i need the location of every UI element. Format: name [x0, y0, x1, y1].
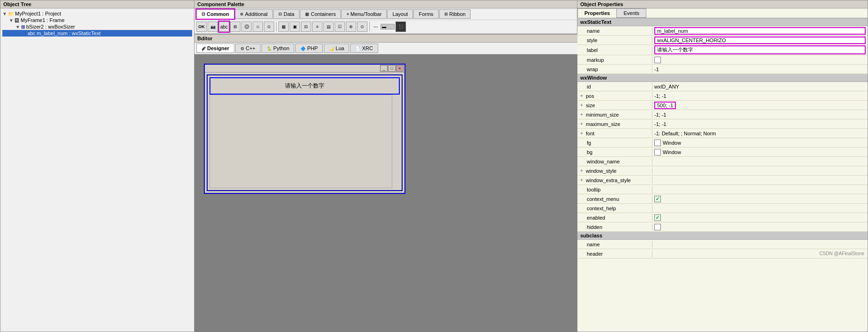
markup-checkbox[interactable]: [654, 57, 661, 63]
size-expand-icon[interactable]: +: [580, 103, 586, 108]
tab-xrc[interactable]: 📄 XRC: [350, 44, 378, 53]
props-title: Object Properties: [577, 0, 868, 8]
props-tabs: Properties Events: [577, 8, 868, 18]
prop-value-window-style[interactable]: [652, 170, 868, 171]
tab-additional[interactable]: ⊕ Additional: [235, 9, 273, 19]
tab-cpp[interactable]: ⚙ C++: [235, 44, 261, 53]
tree-expand-project[interactable]: ▼: [2, 11, 8, 16]
prop-value-pos[interactable]: -1; -1: [652, 93, 868, 99]
prop-value-enabled[interactable]: ✓: [652, 214, 868, 221]
ribbon-tab-icon: ⊞: [444, 12, 448, 16]
prop-value-maximum-size[interactable]: -1; -1: [652, 121, 868, 127]
prop-value-font[interactable]: -1: Default; ; Normal; Norm: [652, 130, 868, 137]
pos-expand-icon[interactable]: +: [580, 93, 586, 98]
winextrastyle-expand-icon[interactable]: +: [580, 177, 586, 183]
tab-layout[interactable]: Layout: [387, 9, 413, 19]
prop-value-window-extra-style[interactable]: [652, 180, 868, 181]
prop-value-id[interactable]: wxID_ANY: [652, 83, 868, 90]
tree-label-sizer: bSizer2 : wxBoxSizer: [26, 24, 75, 30]
winstyle-expand-icon[interactable]: +: [580, 168, 586, 173]
prop-value-minimum-size[interactable]: -1; -1: [652, 111, 868, 118]
designer-label: Designer: [207, 45, 229, 51]
prop-row-context-help: context_help: [577, 204, 868, 213]
prop-value-context-help[interactable]: [652, 208, 868, 209]
static-text-widget[interactable]: 请输入一个数字: [210, 77, 400, 95]
bg-color-swatch[interactable]: [654, 149, 661, 155]
palette-btn-last[interactable]: ⬛: [396, 22, 406, 32]
palette-btn-15[interactable]: ⊙: [357, 22, 367, 32]
editor-title: Bditor: [195, 34, 577, 43]
tree-item-sizer[interactable]: ▼ ⊞ bSizer2 : wxBoxSizer: [2, 23, 192, 30]
tree-item-statictext[interactable]: abc m_label_num : wxStaticText: [2, 30, 192, 37]
tab-events[interactable]: Events: [616, 8, 646, 18]
palette-btn-14[interactable]: ⊛: [346, 22, 356, 32]
tab-php[interactable]: 🔷 PHP: [295, 44, 323, 53]
prop-row-enabled: enabled ✓: [577, 213, 868, 222]
prop-name-tooltip: tooltip: [577, 186, 652, 193]
palette-btn-6[interactable]: ☺: [253, 22, 263, 32]
prop-value-context-menu[interactable]: ✓: [652, 195, 868, 203]
tree-item-project[interactable]: ▼ 📁 MyProject1 : Project: [2, 10, 192, 17]
prop-value-style[interactable]: wxALIGN_CENTER_HORIZO: [652, 36, 868, 44]
tree-expand-sizer[interactable]: ▼: [15, 24, 21, 30]
fg-color-swatch[interactable]: [654, 140, 661, 146]
palette-btn-12[interactable]: ▤: [323, 22, 334, 32]
ribbon-tab-label: Ribbon: [449, 11, 466, 17]
enabled-checkbox[interactable]: ✓: [654, 214, 661, 221]
icon-separator-2: [369, 22, 370, 31]
prop-value-fg[interactable]: Window: [652, 139, 868, 147]
palette-btn-8[interactable]: ▦: [278, 22, 289, 32]
prop-value-tooltip[interactable]: [652, 189, 868, 190]
tree-label-frame: MyFrame1 : Frame: [21, 17, 65, 23]
palette-btn-2[interactable]: 📷: [208, 22, 218, 32]
maxsize-expand-icon[interactable]: +: [580, 121, 586, 126]
close-button[interactable]: ×: [396, 65, 404, 72]
tab-properties[interactable]: Properties: [577, 8, 617, 18]
palette-btn-5[interactable]: 🔘: [241, 22, 252, 32]
tab-containers[interactable]: ▦ Containers: [300, 9, 341, 19]
tab-ribbon[interactable]: ⊞ Ribbon: [439, 9, 471, 19]
palette-btn-7[interactable]: ⊙: [264, 22, 274, 32]
palette-btn-4[interactable]: ⊞: [230, 22, 240, 32]
prop-value-bg[interactable]: Window: [652, 148, 868, 156]
minsize-expand-icon[interactable]: +: [580, 112, 586, 117]
prop-value-size[interactable]: 500; -1: [652, 101, 868, 110]
palette-btn-9[interactable]: ▣: [290, 22, 300, 32]
containers-tab-label: Containers: [311, 11, 336, 17]
icon-separator-1: [276, 22, 277, 31]
prop-value-subclass-name[interactable]: [652, 244, 868, 245]
prop-row-subclass-name: name: [577, 240, 868, 249]
minimize-button[interactable]: _: [380, 65, 388, 72]
hidden-checkbox[interactable]: [654, 224, 661, 230]
tab-forms[interactable]: Forms: [413, 9, 438, 19]
maximize-button[interactable]: □: [388, 65, 396, 72]
tab-python[interactable]: 🐍 Python: [262, 44, 294, 53]
prop-row-markup: markup: [577, 55, 868, 65]
tab-lua[interactable]: 🌙 Lua: [324, 44, 349, 53]
window-titlebar: _ □ ×: [205, 65, 404, 73]
palette-btn-13[interactable]: ☑: [335, 22, 345, 32]
palette-btn-11[interactable]: ≡: [312, 22, 322, 32]
palette-btn-10[interactable]: ⊟: [301, 22, 311, 32]
prop-value-header[interactable]: CSDN @AFinalStone: [652, 253, 868, 254]
palette-icon-bar: OK 📷 abc ⊞ 🔘 ☺ ⊙ ▦ ▣ ⊟ ≡ ▤ ☑ ⊛ ⊙: [195, 20, 577, 34]
tab-common[interactable]: ⊡ Common: [196, 9, 234, 19]
tab-designer[interactable]: 🖊 Designer: [196, 44, 234, 53]
tab-data[interactable]: ⊟ Data: [273, 9, 299, 19]
palette-btn-abc[interactable]: abc: [219, 22, 229, 32]
prop-row-maximum-size: + maximum_size -1; -1: [577, 119, 868, 129]
tree-item-frame[interactable]: ▼ 🖼 MyFrame1 : Frame: [2, 17, 192, 23]
palette-btn-1[interactable]: OK: [196, 22, 207, 32]
component-palette: Component Palette ⊡ Common ⊕ Additional …: [195, 0, 577, 34]
size-value-highlighted: 500; -1: [654, 102, 676, 109]
tab-menutoolbar[interactable]: ≡ Menu/Toolbar: [341, 9, 387, 19]
prop-value-markup[interactable]: [652, 56, 868, 64]
tree-expand-frame[interactable]: ▼: [9, 18, 15, 23]
prop-value-label[interactable]: 请输入一个数字: [652, 45, 868, 55]
prop-value-window-name[interactable]: [652, 161, 868, 162]
context-menu-checkbox[interactable]: ✓: [654, 196, 661, 202]
prop-value-hidden[interactable]: [652, 223, 868, 231]
font-expand-icon[interactable]: +: [580, 131, 586, 136]
prop-value-name[interactable]: m_label_num: [652, 27, 868, 35]
prop-value-wrap[interactable]: -1: [652, 66, 868, 73]
